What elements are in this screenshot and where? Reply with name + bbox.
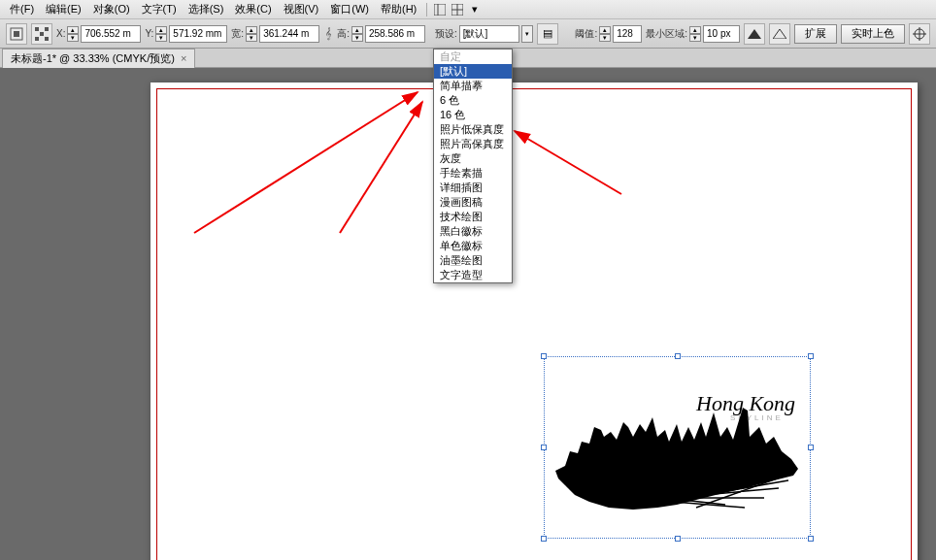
h-input[interactable] <box>365 25 425 43</box>
preset-label: 预设: <box>435 27 457 41</box>
close-icon[interactable]: × <box>181 52 186 64</box>
preset-option[interactable]: 油墨绘图 <box>434 253 512 268</box>
preset-option[interactable]: 详细插图 <box>434 181 512 195</box>
preset-option: 自定 <box>434 49 512 64</box>
y-input[interactable] <box>169 25 227 43</box>
minarea-input[interactable] <box>703 25 740 43</box>
options-bar: X: ▴▾ Y: ▴▾ 宽: ▴▾ 𝄞 高: ▴▾ 预设: ▾ ▤ 阈值: ▴▾… <box>0 19 936 49</box>
expand-button[interactable]: 扩展 <box>794 24 837 44</box>
svg-rect-9 <box>35 37 39 41</box>
h-label: 高: <box>337 27 350 41</box>
menu-window[interactable]: 窗口(W) <box>324 0 375 18</box>
preset-dropdown[interactable]: 自定[默认]简单描摹6 色16 色照片低保真度照片高保真度灰度手绘素描详细插图漫… <box>433 49 513 283</box>
preset-option[interactable]: [默认] <box>434 64 512 79</box>
document-tab[interactable]: 未标题-1* @ 33.33% (CMYK/预览) × <box>2 49 195 68</box>
menu-object[interactable]: 对象(O) <box>87 0 136 18</box>
menu-file[interactable]: 件(F) <box>4 0 40 18</box>
handle-mid-left[interactable] <box>541 445 547 450</box>
handle-bot-left[interactable] <box>541 536 547 542</box>
preset-option[interactable]: 文字造型 <box>434 268 512 282</box>
preset-option[interactable]: 技术绘图 <box>434 210 512 224</box>
preset-option[interactable]: 漫画图稿 <box>434 195 512 210</box>
menu-help[interactable]: 帮助(H) <box>375 0 422 18</box>
grid-icon[interactable] <box>449 2 466 17</box>
menu-bar: 件(F) 编辑(E) 对象(O) 文字(T) 选择(S) 效果(C) 视图(V)… <box>0 0 936 19</box>
threshold-input[interactable] <box>613 25 642 43</box>
preset-option[interactable]: 照片低保真度 <box>434 122 512 137</box>
preset-menu-icon[interactable]: ▤ <box>537 23 558 45</box>
handle-bot-mid[interactable] <box>675 536 681 542</box>
dropdown-icon[interactable]: ▾ <box>466 2 484 17</box>
preset-option[interactable]: 6 色 <box>434 93 512 108</box>
w-label: 宽: <box>231 27 244 41</box>
view-black-icon[interactable] <box>744 23 765 45</box>
minarea-label: 最小区域: <box>646 27 687 41</box>
menu-type[interactable]: 文字(T) <box>136 0 183 18</box>
svg-rect-10 <box>45 37 49 41</box>
svg-rect-7 <box>35 27 39 31</box>
handle-mid-right[interactable] <box>808 445 814 450</box>
x-input[interactable] <box>81 25 141 43</box>
y-spinner[interactable]: ▴▾ <box>155 26 167 42</box>
selection-box[interactable] <box>544 356 811 539</box>
embed-icon[interactable] <box>6 23 27 45</box>
x-label: X: <box>56 28 65 39</box>
menu-select[interactable]: 选择(S) <box>183 0 230 18</box>
menu-view[interactable]: 视图(V) <box>278 0 325 18</box>
w-input[interactable] <box>259 25 319 43</box>
link-icon[interactable]: 𝄞 <box>323 27 333 40</box>
preset-option[interactable]: 灰度 <box>434 151 512 166</box>
svg-rect-8 <box>45 27 49 31</box>
artboard: Hong Kong SKYLINE <box>150 82 918 560</box>
preset-option[interactable]: 16 色 <box>434 108 512 122</box>
handle-bot-right[interactable] <box>808 536 814 542</box>
svg-rect-0 <box>434 4 446 16</box>
w-spinner[interactable]: ▴▾ <box>246 26 257 42</box>
preset-option[interactable]: 照片高保真度 <box>434 137 512 151</box>
preset-option[interactable]: 单色徽标 <box>434 239 512 253</box>
view-outline-icon[interactable] <box>769 23 790 45</box>
handle-top-mid[interactable] <box>675 353 681 359</box>
minarea-spinner[interactable]: ▴▾ <box>689 26 701 42</box>
threshold-label: 阈值: <box>575 27 597 41</box>
y-label: Y: <box>145 28 153 39</box>
menu-edit[interactable]: 编辑(E) <box>40 0 87 18</box>
preset-option[interactable]: 简单描摹 <box>434 79 512 93</box>
svg-marker-12 <box>748 29 761 39</box>
svg-rect-6 <box>14 31 19 37</box>
handle-top-right[interactable] <box>808 353 814 359</box>
svg-rect-11 <box>40 32 44 36</box>
h-spinner[interactable]: ▴▾ <box>351 26 363 42</box>
menu-effect[interactable]: 效果(C) <box>229 0 277 18</box>
svg-marker-13 <box>773 29 786 39</box>
preset-select[interactable] <box>459 25 519 43</box>
livepaint-button[interactable]: 实时上色 <box>841 24 905 44</box>
threshold-spinner[interactable]: ▴▾ <box>599 26 611 42</box>
target-icon[interactable] <box>909 23 930 45</box>
layout-icon[interactable] <box>431 2 449 17</box>
anchor-icon[interactable] <box>31 23 52 45</box>
separator <box>426 3 427 16</box>
document-title: 未标题-1* @ 33.33% (CMYK/预览) <box>11 51 175 66</box>
preset-dropdown-icon[interactable]: ▾ <box>521 25 533 43</box>
handle-top-left[interactable] <box>541 353 547 359</box>
x-spinner[interactable]: ▴▾ <box>67 26 79 42</box>
preset-option[interactable]: 黑白徽标 <box>434 224 512 239</box>
preset-option[interactable]: 手绘素描 <box>434 166 512 181</box>
